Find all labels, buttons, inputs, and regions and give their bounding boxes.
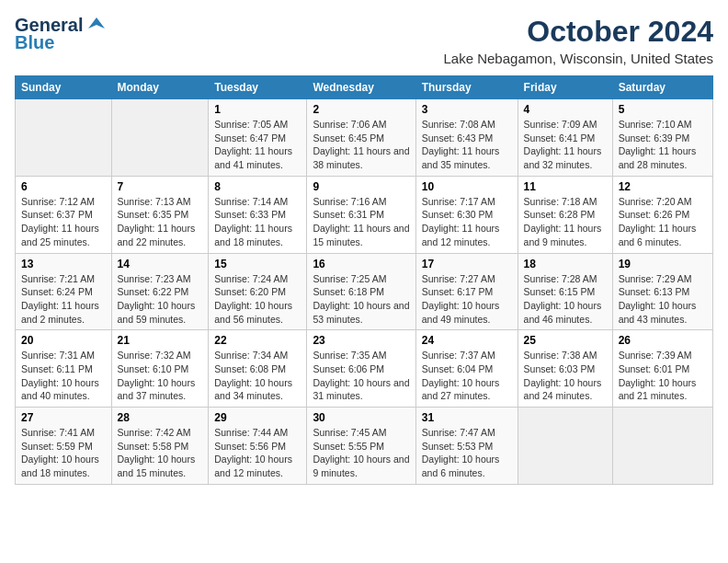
- calendar-cell: 27Sunrise: 7:41 AM Sunset: 5:59 PM Dayli…: [16, 408, 112, 485]
- calendar-cell: 22Sunrise: 7:34 AM Sunset: 6:08 PM Dayli…: [209, 330, 307, 408]
- day-info: Sunrise: 7:09 AM Sunset: 6:41 PM Dayligh…: [524, 118, 607, 172]
- day-number: 6: [21, 180, 106, 193]
- page-header: General Blue October 2024 Lake Nebagamon…: [15, 15, 713, 66]
- day-number: 31: [422, 411, 512, 424]
- day-number: 12: [619, 180, 707, 193]
- calendar-cell: 4Sunrise: 7:09 AM Sunset: 6:41 PM Daylig…: [518, 99, 612, 177]
- calendar-cell: 23Sunrise: 7:35 AM Sunset: 6:06 PM Dayli…: [307, 330, 415, 408]
- day-number: 7: [118, 180, 203, 193]
- calendar-cell: 28Sunrise: 7:42 AM Sunset: 5:58 PM Dayli…: [111, 408, 209, 485]
- day-info: Sunrise: 7:37 AM Sunset: 6:04 PM Dayligh…: [422, 349, 512, 403]
- day-number: 5: [619, 103, 707, 116]
- calendar-cell: [612, 408, 712, 485]
- day-number: 26: [619, 334, 707, 347]
- title-area: October 2024 Lake Nebagamon, Wisconsin, …: [444, 15, 714, 66]
- day-info: Sunrise: 7:24 AM Sunset: 6:20 PM Dayligh…: [214, 272, 301, 327]
- day-number: 4: [524, 103, 607, 116]
- calendar-cell: 10Sunrise: 7:17 AM Sunset: 6:30 PM Dayli…: [415, 176, 518, 253]
- day-number: 10: [422, 180, 512, 193]
- calendar-cell: 26Sunrise: 7:39 AM Sunset: 6:01 PM Dayli…: [612, 330, 712, 408]
- calendar-week-row: 20Sunrise: 7:31 AM Sunset: 6:11 PM Dayli…: [16, 330, 713, 408]
- calendar-cell: 18Sunrise: 7:28 AM Sunset: 6:15 PM Dayli…: [518, 253, 612, 330]
- calendar-cell: 1Sunrise: 7:05 AM Sunset: 6:47 PM Daylig…: [209, 99, 307, 177]
- calendar-cell: [16, 99, 112, 177]
- day-info: Sunrise: 7:35 AM Sunset: 6:06 PM Dayligh…: [313, 349, 409, 403]
- calendar-cell: 3Sunrise: 7:08 AM Sunset: 6:43 PM Daylig…: [415, 99, 518, 177]
- calendar-cell: 30Sunrise: 7:45 AM Sunset: 5:55 PM Dayli…: [307, 408, 415, 485]
- day-info: Sunrise: 7:21 AM Sunset: 6:24 PM Dayligh…: [21, 272, 106, 327]
- day-info: Sunrise: 7:18 AM Sunset: 6:28 PM Dayligh…: [524, 195, 607, 249]
- day-header-friday: Friday: [518, 76, 612, 99]
- calendar-cell: 2Sunrise: 7:06 AM Sunset: 6:45 PM Daylig…: [307, 99, 415, 177]
- day-number: 11: [524, 180, 607, 193]
- day-info: Sunrise: 7:13 AM Sunset: 6:35 PM Dayligh…: [118, 195, 203, 249]
- calendar-cell: 14Sunrise: 7:23 AM Sunset: 6:22 PM Dayli…: [111, 253, 209, 330]
- day-number: 13: [21, 258, 106, 270]
- calendar-week-row: 27Sunrise: 7:41 AM Sunset: 5:59 PM Dayli…: [16, 408, 713, 485]
- calendar-cell: [111, 99, 209, 177]
- calendar-week-row: 1Sunrise: 7:05 AM Sunset: 6:47 PM Daylig…: [16, 99, 713, 177]
- day-info: Sunrise: 7:06 AM Sunset: 6:45 PM Dayligh…: [313, 118, 409, 172]
- day-info: Sunrise: 7:12 AM Sunset: 6:37 PM Dayligh…: [21, 195, 106, 249]
- calendar-cell: 12Sunrise: 7:20 AM Sunset: 6:26 PM Dayli…: [612, 176, 712, 253]
- day-info: Sunrise: 7:25 AM Sunset: 6:18 PM Dayligh…: [313, 272, 409, 327]
- calendar-cell: 19Sunrise: 7:29 AM Sunset: 6:13 PM Dayli…: [612, 253, 712, 330]
- day-number: 18: [524, 258, 607, 270]
- day-number: 1: [214, 103, 301, 116]
- day-info: Sunrise: 7:31 AM Sunset: 6:11 PM Dayligh…: [21, 349, 106, 403]
- day-number: 16: [313, 258, 409, 270]
- day-info: Sunrise: 7:28 AM Sunset: 6:15 PM Dayligh…: [524, 272, 607, 327]
- day-header-monday: Monday: [111, 76, 209, 99]
- day-number: 19: [619, 258, 707, 270]
- day-number: 8: [214, 180, 301, 193]
- day-info: Sunrise: 7:42 AM Sunset: 5:58 PM Dayligh…: [118, 426, 203, 480]
- day-number: 30: [313, 411, 409, 424]
- calendar-week-row: 13Sunrise: 7:21 AM Sunset: 6:24 PM Dayli…: [16, 253, 713, 330]
- calendar-header-row: SundayMondayTuesdayWednesdayThursdayFrid…: [16, 76, 713, 99]
- day-number: 15: [214, 258, 301, 270]
- calendar-cell: 17Sunrise: 7:27 AM Sunset: 6:17 PM Dayli…: [415, 253, 518, 330]
- day-info: Sunrise: 7:20 AM Sunset: 6:26 PM Dayligh…: [619, 195, 707, 249]
- day-info: Sunrise: 7:44 AM Sunset: 5:56 PM Dayligh…: [214, 426, 301, 480]
- day-number: 24: [422, 334, 512, 347]
- day-number: 17: [422, 258, 512, 270]
- day-number: 27: [21, 411, 106, 424]
- calendar-cell: 13Sunrise: 7:21 AM Sunset: 6:24 PM Dayli…: [16, 253, 112, 330]
- day-info: Sunrise: 7:32 AM Sunset: 6:10 PM Dayligh…: [118, 349, 203, 403]
- day-number: 21: [118, 334, 203, 347]
- calendar-cell: 7Sunrise: 7:13 AM Sunset: 6:35 PM Daylig…: [111, 176, 209, 253]
- day-number: 28: [118, 411, 203, 424]
- calendar-cell: [518, 408, 612, 485]
- day-info: Sunrise: 7:27 AM Sunset: 6:17 PM Dayligh…: [422, 272, 512, 327]
- logo-blue: Blue: [15, 32, 54, 53]
- logo: General Blue: [15, 15, 107, 53]
- day-number: 23: [313, 334, 409, 347]
- calendar-cell: 9Sunrise: 7:16 AM Sunset: 6:31 PM Daylig…: [307, 176, 415, 253]
- day-info: Sunrise: 7:05 AM Sunset: 6:47 PM Dayligh…: [214, 118, 301, 172]
- calendar-cell: 16Sunrise: 7:25 AM Sunset: 6:18 PM Dayli…: [307, 253, 415, 330]
- day-number: 9: [313, 180, 409, 193]
- day-info: Sunrise: 7:17 AM Sunset: 6:30 PM Dayligh…: [422, 195, 512, 249]
- day-number: 14: [118, 258, 203, 270]
- calendar-body: 1Sunrise: 7:05 AM Sunset: 6:47 PM Daylig…: [16, 99, 713, 485]
- day-info: Sunrise: 7:45 AM Sunset: 5:55 PM Dayligh…: [313, 426, 409, 480]
- day-info: Sunrise: 7:14 AM Sunset: 6:33 PM Dayligh…: [214, 195, 301, 249]
- day-info: Sunrise: 7:34 AM Sunset: 6:08 PM Dayligh…: [214, 349, 301, 403]
- day-info: Sunrise: 7:39 AM Sunset: 6:01 PM Dayligh…: [619, 349, 707, 403]
- day-info: Sunrise: 7:41 AM Sunset: 5:59 PM Dayligh…: [21, 426, 106, 480]
- calendar-cell: 15Sunrise: 7:24 AM Sunset: 6:20 PM Dayli…: [209, 253, 307, 330]
- calendar-cell: 6Sunrise: 7:12 AM Sunset: 6:37 PM Daylig…: [16, 176, 112, 253]
- day-number: 3: [422, 103, 512, 116]
- day-info: Sunrise: 7:16 AM Sunset: 6:31 PM Dayligh…: [313, 195, 409, 249]
- calendar-cell: 11Sunrise: 7:18 AM Sunset: 6:28 PM Dayli…: [518, 176, 612, 253]
- calendar-subtitle: Lake Nebagamon, Wisconsin, United States: [444, 51, 714, 66]
- day-number: 20: [21, 334, 106, 347]
- day-header-wednesday: Wednesday: [307, 76, 415, 99]
- calendar-cell: 29Sunrise: 7:44 AM Sunset: 5:56 PM Dayli…: [209, 408, 307, 485]
- day-number: 2: [313, 103, 409, 116]
- logo-bird-icon: [86, 16, 107, 36]
- calendar-cell: 31Sunrise: 7:47 AM Sunset: 5:53 PM Dayli…: [415, 408, 518, 485]
- calendar-cell: 5Sunrise: 7:10 AM Sunset: 6:39 PM Daylig…: [612, 99, 712, 177]
- day-info: Sunrise: 7:23 AM Sunset: 6:22 PM Dayligh…: [118, 272, 203, 327]
- calendar-cell: 21Sunrise: 7:32 AM Sunset: 6:10 PM Dayli…: [111, 330, 209, 408]
